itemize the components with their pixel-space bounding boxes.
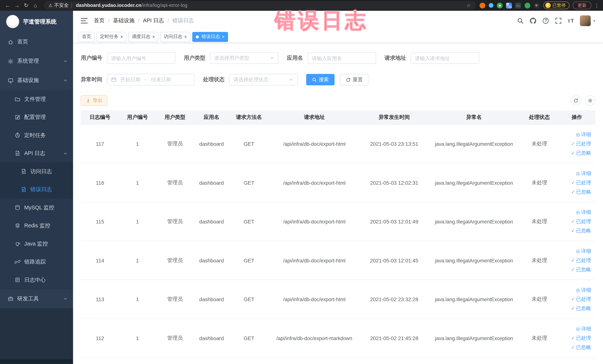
user-type-select[interactable]: 请选择用户类型 (210, 52, 278, 64)
forward-icon[interactable]: → (12, 2, 22, 8)
github-icon[interactable] (530, 17, 536, 24)
sidebar-item-trace[interactable]: 链路追踪 (0, 253, 73, 271)
column-settings-button[interactable] (585, 95, 595, 106)
breadcrumb-item-home[interactable]: 首页 (94, 17, 104, 24)
close-icon[interactable]: × (184, 35, 187, 39)
sidebar-item-system[interactable]: 系统管理 (0, 52, 73, 71)
sidebar-item-mysql-monitor[interactable]: MySQL 监控 (0, 199, 73, 217)
tab-error-log[interactable]: 错误日志 × (192, 32, 228, 42)
check-icon: ✓ (571, 228, 575, 234)
process-status-select[interactable]: 请选择处理状态 (229, 74, 298, 85)
tab-timed-task[interactable]: 定时任务 × (97, 32, 127, 42)
search-icon[interactable] (517, 17, 524, 24)
detail-link[interactable]: ◎详细 (576, 287, 591, 294)
font-size-icon[interactable]: тT (568, 18, 574, 24)
app-logo[interactable]: 芋道管理系统 (0, 11, 73, 32)
sidebar-item-config-manage[interactable]: 配置管理 (0, 108, 73, 126)
chevron-down-icon (63, 296, 68, 301)
bookmark-star-icon[interactable]: ☆ (466, 2, 471, 8)
sidebar-item-home[interactable]: 首页 (0, 32, 73, 52)
paused-label: 已暂停 (552, 2, 566, 8)
sidebar-item-redis-monitor[interactable]: Redis 监控 (0, 217, 73, 235)
reload-icon[interactable]: ↻ (22, 2, 31, 8)
browser-home-icon[interactable]: ⌂ (31, 2, 40, 8)
action-label: 详细 (581, 131, 591, 138)
processed-link[interactable]: ✓已处理 (571, 296, 591, 303)
export-button[interactable]: 导出 (81, 95, 107, 106)
tab-schedule-log[interactable]: 调度日志 × (128, 32, 159, 42)
sidebar-item-file-manage[interactable]: 文件管理 (0, 90, 73, 108)
sidebar-item-java-monitor[interactable]: Java 监控 (0, 235, 73, 253)
ignored-link[interactable]: ✓已忽略 (571, 266, 591, 273)
browser-menu-icon[interactable]: ⋮ (594, 2, 600, 8)
cell-user-type: 管理员 (156, 335, 194, 341)
sidebar-item-devtools[interactable]: 研发工具 (0, 289, 73, 308)
ignored-link[interactable]: ✓已忽略 (571, 344, 591, 351)
close-icon[interactable]: × (120, 35, 123, 39)
detail-link[interactable]: ◎详细 (576, 170, 591, 177)
detail-link[interactable]: ◎详细 (576, 248, 591, 255)
extension-icon[interactable]: on (515, 2, 521, 8)
cell-status: 未处理 (519, 257, 560, 264)
sidebar-item-timed-task[interactable]: 定时任务 (0, 126, 73, 144)
processed-link[interactable]: ✓已处理 (571, 335, 591, 341)
ignored-link[interactable]: ✓已忽略 (571, 305, 591, 312)
sidebar-item-error-log[interactable]: 错误日志 (0, 180, 73, 199)
action-label: 已忽略 (576, 188, 591, 195)
sidebar-item-api-log[interactable]: API 日志 (0, 144, 73, 163)
hamburger-icon[interactable] (81, 18, 88, 23)
exception-time-range-picker[interactable]: 开始日期 ~ 结束日期 (107, 74, 195, 85)
eye-icon: ◎ (576, 287, 580, 293)
processed-link[interactable]: ✓已处理 (571, 218, 591, 225)
check-icon: ✓ (571, 189, 575, 195)
processed-link[interactable]: ✓已处理 (571, 140, 591, 147)
sidebar-item-access-log[interactable]: 访问日志 (0, 162, 73, 180)
database-icon (15, 205, 20, 211)
address-divider (72, 3, 72, 8)
tab-home[interactable]: 首页 (78, 32, 94, 42)
fullscreen-icon[interactable] (555, 17, 562, 24)
app-name-input[interactable] (308, 52, 376, 64)
ignored-link[interactable]: ✓已忽略 (571, 227, 591, 234)
action-label: 详细 (581, 325, 591, 332)
sidebar-item-log-center[interactable]: 日志中心 (0, 271, 73, 289)
breadcrumb-item-infra[interactable]: 基础设施 (113, 17, 135, 24)
menu-label: Redis 监控 (24, 222, 50, 229)
extension-icon[interactable] (524, 2, 530, 8)
extension-icon[interactable] (489, 3, 493, 8)
processed-link[interactable]: ✓已处理 (571, 257, 591, 264)
extension-icon[interactable] (534, 2, 539, 8)
breadcrumb-separator: / (108, 18, 110, 24)
extension-icon[interactable] (497, 2, 502, 8)
cell-log-id: 113 (81, 296, 119, 302)
request-url-input[interactable] (411, 52, 479, 64)
profile-paused-badge[interactable]: 已暂停 (543, 1, 569, 9)
sidebar-item-infra[interactable]: 基础设施 (0, 71, 73, 90)
detail-link[interactable]: ◎详细 (576, 325, 591, 332)
ignored-link[interactable]: ✓已忽略 (571, 150, 591, 156)
reset-button[interactable]: 重置 (340, 74, 369, 85)
extension-icon[interactable] (506, 2, 512, 8)
chevron-down-icon (269, 56, 274, 60)
search-button[interactable]: 搜索 (306, 74, 335, 85)
refresh-button[interactable] (571, 95, 581, 106)
help-icon[interactable] (542, 17, 549, 24)
extension-icon[interactable] (479, 2, 485, 8)
close-icon[interactable]: × (222, 35, 225, 39)
processed-link[interactable]: ✓已处理 (571, 179, 591, 186)
address-bar[interactable]: ⚠ 不安全 dashboard.yudao.iocoder.cn/infra/l… (44, 1, 476, 10)
ignored-link[interactable]: ✓已忽略 (571, 188, 591, 195)
action-label: 详细 (581, 248, 591, 255)
table-header-row: 日志编号用户编号用户类型应用名请求方法名请求地址异常发生时间异常名处理状态操作 (81, 110, 595, 125)
back-icon[interactable]: ← (3, 2, 12, 8)
close-icon[interactable]: × (152, 35, 155, 39)
tab-access-log[interactable]: 访问日志 × (160, 32, 190, 42)
breadcrumb-item-api-log[interactable]: API 日志 (143, 17, 164, 24)
detail-link[interactable]: ◎详细 (576, 131, 591, 138)
user-id-input[interactable] (107, 52, 175, 64)
cell-app-name: dashboard (194, 219, 229, 224)
user-menu[interactable]: ▾ (580, 15, 595, 26)
check-icon: ✓ (571, 335, 575, 341)
detail-link[interactable]: ◎详细 (576, 209, 591, 216)
browser-update-button[interactable]: 更新 (573, 1, 591, 9)
